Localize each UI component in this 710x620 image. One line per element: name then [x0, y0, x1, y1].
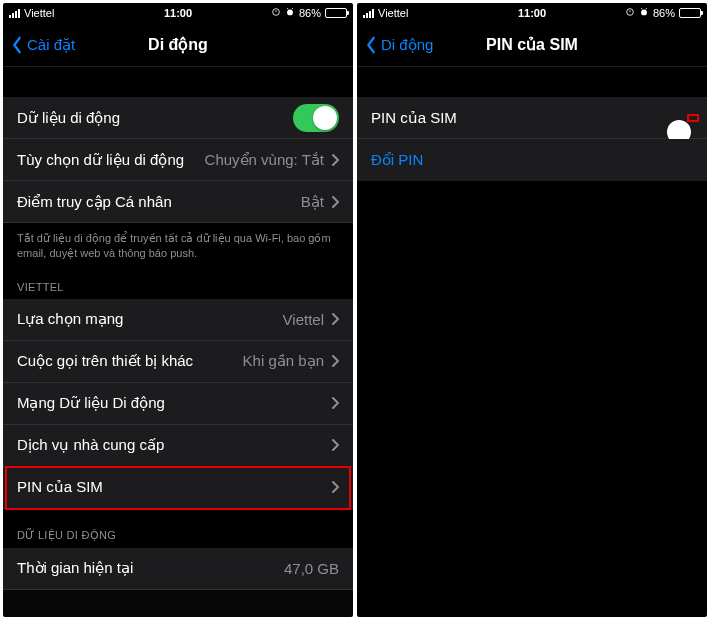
row-value: Chuyển vùng: Tắt — [205, 151, 324, 169]
content-scroll[interactable]: PIN của SIM Đổi PIN — [357, 67, 707, 617]
back-button[interactable]: Di động — [365, 36, 433, 54]
signal-icon — [9, 9, 20, 18]
back-button[interactable]: Cài đặt — [11, 36, 75, 54]
row-data-options[interactable]: Tùy chọn dữ liệu di động Chuyển vùng: Tắ… — [3, 139, 353, 181]
row-value: Viettel — [283, 311, 324, 328]
back-label: Cài đặt — [27, 36, 75, 54]
nav-bar: Cài đặt Di động — [3, 23, 353, 67]
row-sim-pin-toggle[interactable]: PIN của SIM — [357, 97, 707, 139]
nav-title: PIN của SIM — [486, 35, 578, 54]
row-current-period[interactable]: Thời gian hiện tại 47,0 GB — [3, 548, 353, 590]
row-label: Mạng Dữ liệu Di động — [17, 394, 165, 412]
row-change-pin[interactable]: Đổi PIN — [357, 139, 707, 181]
nav-bar: Di động PIN của SIM — [357, 23, 707, 67]
alarm-icon — [285, 7, 295, 19]
screen-cellular-settings: Viettel 11:00 86% Cài đặt Di động Dữ liệ… — [3, 3, 353, 617]
content-scroll[interactable]: Dữ liệu di động Tùy chọn dữ liệu di động… — [3, 67, 353, 617]
chevron-right-icon — [332, 196, 339, 208]
annotation-highlight — [687, 114, 699, 122]
chevron-right-icon — [332, 481, 339, 493]
section-footer: Tắt dữ liệu di động để truyền tất cả dữ … — [3, 223, 353, 261]
chevron-right-icon — [332, 439, 339, 451]
row-label: Lựa chọn mạng — [17, 310, 123, 328]
row-cellular-data-network[interactable]: Mạng Dữ liệu Di động — [3, 383, 353, 425]
chevron-right-icon — [332, 154, 339, 166]
row-network-selection[interactable]: Lựa chọn mạng Viettel — [3, 299, 353, 341]
row-label: Dịch vụ nhà cung cấp — [17, 436, 164, 454]
battery-icon — [679, 8, 701, 18]
svg-point-1 — [287, 10, 293, 16]
chevron-left-icon — [11, 36, 23, 54]
row-cellular-data[interactable]: Dữ liệu di động — [3, 97, 353, 139]
section-header-data: DỮ LIỆU DI ĐỘNG — [3, 509, 353, 548]
svg-point-3 — [641, 10, 647, 16]
row-sim-pin[interactable]: PIN của SIM — [3, 467, 353, 509]
carrier-label: Viettel — [378, 7, 408, 19]
row-carrier-services[interactable]: Dịch vụ nhà cung cấp — [3, 425, 353, 467]
signal-icon — [363, 9, 374, 18]
row-value: Khi gần bạn — [243, 352, 324, 370]
row-label: Điểm truy cập Cá nhân — [17, 193, 172, 211]
screen-sim-pin: Viettel 11:00 86% Di động PIN của SIM PI… — [357, 3, 707, 617]
battery-pct: 86% — [299, 7, 321, 19]
chevron-right-icon — [332, 355, 339, 367]
row-value: 47,0 GB — [284, 560, 339, 577]
row-truncated — [3, 590, 353, 617]
row-personal-hotspot[interactable]: Điểm truy cập Cá nhân Bật — [3, 181, 353, 223]
status-bar: Viettel 11:00 86% — [3, 3, 353, 23]
nav-title: Di động — [148, 35, 208, 54]
row-label: Đổi PIN — [371, 151, 423, 169]
row-calls-other-devices[interactable]: Cuộc gọi trên thiết bị khác Khi gần bạn — [3, 341, 353, 383]
status-bar: Viettel 11:00 86% — [357, 3, 707, 23]
chevron-right-icon — [332, 397, 339, 409]
battery-pct: 86% — [653, 7, 675, 19]
carrier-label: Viettel — [24, 7, 54, 19]
orientation-lock-icon — [625, 7, 635, 19]
chevron-left-icon — [365, 36, 377, 54]
cellular-data-toggle[interactable] — [293, 104, 339, 132]
back-label: Di động — [381, 36, 433, 54]
alarm-icon — [639, 7, 649, 19]
battery-icon — [325, 8, 347, 18]
row-label: Tùy chọn dữ liệu di động — [17, 151, 184, 169]
orientation-lock-icon — [271, 7, 281, 19]
section-header-carrier: VIETTEL — [3, 261, 353, 299]
row-label: PIN của SIM — [371, 109, 457, 127]
row-label: Cuộc gọi trên thiết bị khác — [17, 352, 193, 370]
row-label: PIN của SIM — [17, 478, 103, 496]
row-value: Bật — [301, 193, 324, 211]
row-label: Dữ liệu di động — [17, 109, 120, 127]
chevron-right-icon — [332, 313, 339, 325]
row-label: Thời gian hiện tại — [17, 559, 133, 577]
